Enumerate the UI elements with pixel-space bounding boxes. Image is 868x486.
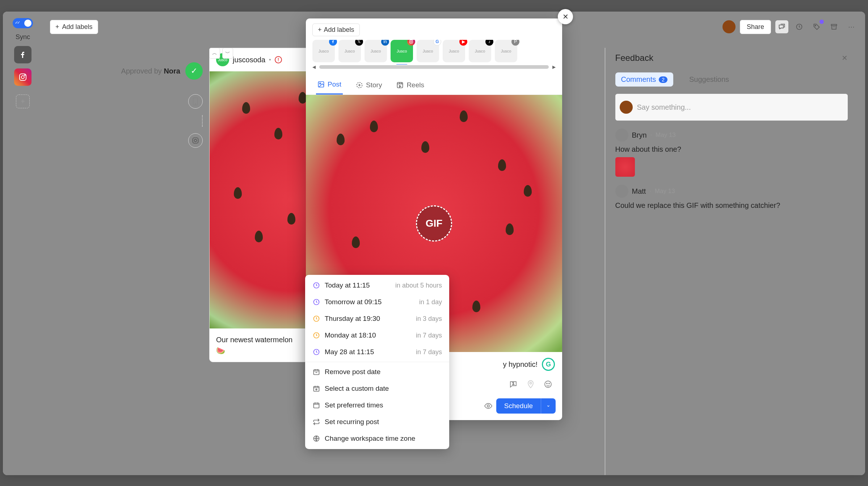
- tab-suggestions[interactable]: Suggestions: [683, 72, 735, 87]
- scroll-left-icon[interactable]: ◀: [312, 64, 316, 70]
- share-button[interactable]: Share: [740, 20, 771, 34]
- timezone-option[interactable]: Change workspace time zone: [305, 430, 449, 447]
- facebook-icon: [329, 40, 337, 46]
- plus-icon: +: [55, 23, 59, 31]
- channel-pinterest[interactable]: JuscoP: [495, 40, 517, 62]
- recurring-option[interactable]: Set recurring post: [305, 414, 449, 430]
- channel-google[interactable]: JuscoG: [417, 40, 439, 62]
- time-option[interactable]: Thursday at 19:30 in 3 days: [305, 310, 449, 327]
- instagram-preview-icon[interactable]: [188, 133, 203, 148]
- nav-down-button[interactable]: ﹀: [222, 48, 233, 59]
- x-icon: 𝕏: [355, 40, 363, 46]
- tab-reels[interactable]: Reels: [395, 77, 426, 95]
- comments-count-badge: 2: [659, 76, 667, 83]
- svg-rect-8: [193, 138, 198, 143]
- svg-point-18: [545, 381, 551, 387]
- tiktok-icon: ♪: [485, 40, 493, 46]
- svg-point-11: [410, 41, 412, 42]
- channel-x[interactable]: Jusco𝕏: [338, 40, 361, 62]
- history-icon[interactable]: [793, 20, 806, 33]
- feedback-title: Feedback: [615, 53, 653, 63]
- comment-attachment[interactable]: [615, 157, 635, 177]
- comment-input[interactable]: Say something...: [615, 94, 848, 121]
- commenter-name: Matt: [632, 187, 646, 196]
- clock-icon: [312, 298, 320, 306]
- tab-post[interactable]: Post: [316, 77, 343, 95]
- linkedin-icon: in: [381, 40, 389, 46]
- chat-icon[interactable]: [775, 20, 788, 33]
- remove-date-option[interactable]: Remove post date: [305, 364, 449, 380]
- comment-date: May 13: [655, 188, 675, 195]
- svg-point-4: [815, 25, 816, 26]
- add-labels-text: Add labels: [62, 23, 93, 31]
- custom-date-option[interactable]: Select a custom date: [305, 380, 449, 397]
- svg-point-7: [195, 104, 196, 104]
- channel-scrollbar[interactable]: [319, 65, 549, 69]
- tab-story[interactable]: Story: [354, 77, 383, 95]
- preferred-times-option[interactable]: Set preferred times: [305, 397, 449, 414]
- clock-icon: [312, 315, 320, 323]
- schedule-dropdown-button[interactable]: ⌄: [541, 398, 556, 414]
- compose-modal: + Add labels Jusco Jusco𝕏 Juscoin Jusco …: [306, 18, 562, 420]
- calendar-remove-icon: [312, 368, 320, 376]
- nav-up-button[interactable]: ︿: [209, 48, 220, 59]
- comment-body: Could we replace this GIF with something…: [615, 201, 848, 210]
- mobile-device-icon[interactable]: [188, 94, 203, 109]
- channel-linkedin[interactable]: Juscoin: [365, 40, 387, 62]
- comment-placeholder: Say something...: [637, 103, 691, 112]
- svg-point-9: [194, 139, 197, 142]
- channel-tiktok[interactable]: Jusco♪: [469, 40, 491, 62]
- my-avatar: [620, 101, 633, 114]
- channel-selector[interactable]: Jusco Jusco𝕏 Juscoin Jusco JuscoG Jusco▶…: [306, 40, 562, 64]
- sync-toggle[interactable]: [13, 18, 33, 28]
- instagram-channel-icon[interactable]: [14, 68, 31, 86]
- commenter-name: Bryn: [632, 131, 647, 139]
- user-avatar[interactable]: [722, 20, 736, 33]
- warning-icon[interactable]: !: [275, 56, 282, 63]
- first-comment-icon[interactable]: 1: [508, 379, 519, 390]
- comment-item: Bryn · May 13 How about this one?: [615, 129, 848, 177]
- modal-close-button[interactable]: ✕: [558, 9, 573, 24]
- schedule-button[interactable]: Schedule: [496, 398, 541, 414]
- approved-by-text: Approved by Nora: [121, 67, 180, 75]
- plus-icon: +: [318, 26, 322, 34]
- comment-item: Matt · May 13 Could we replace this GIF …: [615, 185, 848, 210]
- clock-icon: [312, 281, 320, 289]
- modal-add-labels-button[interactable]: + Add labels: [312, 24, 360, 36]
- more-icon[interactable]: ⋯: [845, 20, 858, 33]
- time-option[interactable]: Tomorrow at 09:15 in 1 day: [305, 294, 449, 310]
- tab-comments[interactable]: Comments 2: [615, 72, 674, 87]
- svg-point-2: [25, 75, 25, 76]
- time-option[interactable]: Today at 11:15 in about 5 hours: [305, 277, 449, 294]
- svg-point-21: [487, 405, 489, 407]
- archive-icon[interactable]: [827, 20, 840, 33]
- emoji-icon[interactable]: [543, 379, 553, 390]
- feedback-close-icon[interactable]: ✕: [842, 54, 848, 62]
- svg-point-29: [316, 389, 317, 390]
- svg-text:1: 1: [512, 381, 514, 385]
- calendar-star-icon: [312, 401, 320, 409]
- comment-date: May 13: [656, 131, 676, 139]
- time-option[interactable]: Monday at 18:10 in 7 days: [305, 327, 449, 344]
- approved-check-icon: ✓: [185, 62, 203, 80]
- location-icon[interactable]: [525, 379, 536, 390]
- channel-youtube[interactable]: Jusco▶: [443, 40, 465, 62]
- comment-body: How about this one?: [615, 145, 848, 154]
- channel-facebook[interactable]: Jusco: [312, 40, 335, 62]
- time-option[interactable]: May 28 at 11:15 in 7 days: [305, 344, 449, 360]
- add-labels-button[interactable]: + Add labels: [50, 20, 98, 34]
- svg-point-20: [549, 383, 549, 384]
- svg-rect-5: [831, 24, 837, 25]
- facebook-channel-icon[interactable]: [14, 46, 31, 63]
- scroll-right-icon[interactable]: ▶: [552, 64, 556, 70]
- gif-badge: GIF: [416, 205, 452, 242]
- commenter-avatar: [615, 185, 628, 198]
- preview-icon[interactable]: [484, 402, 493, 410]
- channel-instagram[interactable]: Jusco: [391, 40, 413, 62]
- grammarly-icon[interactable]: G: [542, 358, 555, 371]
- sync-label: Sync: [16, 33, 30, 41]
- tags-icon[interactable]: [810, 20, 823, 33]
- repeat-icon: [312, 418, 320, 426]
- svg-point-13: [320, 83, 321, 84]
- add-channel-button[interactable]: +: [16, 95, 30, 108]
